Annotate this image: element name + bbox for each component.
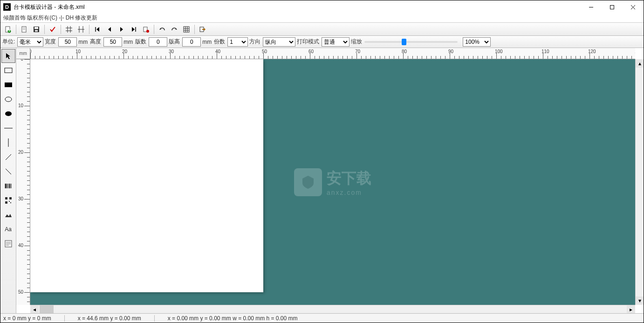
close-button[interactable] [623,0,644,14]
svg-marker-58 [5,214,12,217]
svg-point-42 [5,111,12,116]
filled-ellipse-tool[interactable] [1,107,15,121]
filled-rect-tool[interactable] [1,78,15,92]
copyright-bar: 倾颜首饰 版权所有(C) -|- DH 修改更新 [0,14,644,23]
copies-select[interactable]: 1 [227,37,248,47]
plate-label: 版数 [135,38,146,46]
barcode-tool[interactable] [1,179,15,193]
height-input[interactable] [103,37,122,47]
page-canvas[interactable] [30,59,263,292]
width-input[interactable] [58,37,77,47]
undo-button[interactable] [157,24,168,34]
zoom-slider[interactable] [364,41,458,43]
svg-line-46 [6,169,11,174]
vertical-scrollbar[interactable]: ▴ ▾ [635,59,644,305]
plate-h-label: 版高 [169,38,180,46]
next-icon[interactable] [116,24,127,34]
scroll-up-icon[interactable]: ▴ [636,59,644,68]
plate-input[interactable] [149,37,167,47]
exit-button[interactable] [197,24,208,34]
text-tool[interactable]: Aa [1,222,15,236]
error-button[interactable] [140,24,151,34]
svg-rect-12 [35,30,38,32]
horizontal-scrollbar[interactable]: ◂ ▸ [30,305,635,313]
plate-h-input[interactable] [182,37,201,47]
svg-marker-22 [108,27,111,32]
unit-select[interactable]: 毫米 [17,37,43,47]
maximize-button[interactable] [602,0,623,14]
window-title: 台卡模板设计器 - 未命名.xml [14,3,581,11]
horizontal-ruler: 0102030405060708090100110120130140 [30,48,635,59]
rect-tool[interactable] [1,63,15,77]
save-button[interactable] [31,24,42,34]
scroll-left-icon[interactable]: ◂ [30,305,39,313]
scroll-right-icon[interactable]: ▸ [627,305,635,313]
svg-text:+: + [7,27,11,33]
svg-point-27 [146,30,149,33]
vertical-ruler: 0102030405060 [16,59,30,305]
field-tool[interactable] [1,237,15,251]
minimize-button[interactable] [581,0,602,14]
image-tool[interactable] [1,208,15,222]
ellipse-tool[interactable] [1,92,15,106]
diag1-tool[interactable] [1,150,15,164]
width-label: 宽度 [45,38,56,46]
status-pos3: x = 0.00 mm y = 0.00 mm w = 0.00 mm h = … [168,315,298,322]
canvas-viewport[interactable]: 安下载anxz.com [30,59,635,305]
svg-rect-57 [10,202,11,203]
zoom-select[interactable]: 100% [463,37,491,47]
qrcode-tool[interactable] [1,193,15,207]
table-button[interactable] [181,24,192,34]
print-mode-select[interactable]: 普通 [322,37,349,47]
unit-label: 单位: [2,38,15,46]
plate-h-unit: mm [202,39,212,45]
select-tool[interactable] [1,49,15,63]
svg-rect-1 [610,5,614,9]
workspace: Aa mm 0102030405060708090100110120130140… [0,48,644,313]
svg-marker-38 [6,53,10,59]
snap-button[interactable] [75,24,87,34]
grid-button[interactable] [63,24,75,34]
check-button[interactable] [47,24,58,34]
watermark: 安下载anxz.com [294,168,371,196]
print-mode-label: 打印模式 [297,38,319,46]
svg-marker-37 [204,28,206,31]
svg-rect-40 [5,82,12,87]
svg-rect-39 [5,68,12,73]
orient-select[interactable]: 纵向 [263,37,295,47]
statusbar: x = 0 mm y = 0 mm x = 44.6 mm y = 0.00 m… [0,313,644,323]
scroll-thumb[interactable] [40,305,54,313]
svg-rect-55 [5,201,7,204]
prev-icon[interactable] [104,24,115,34]
main-toolbar: + [0,23,644,36]
status-pos1: x = 0 mm y = 0 mm [3,315,51,322]
redo-button[interactable] [169,24,180,34]
canvas-area: mm 0102030405060708090100110120130140 01… [16,48,644,313]
svg-point-41 [5,97,12,102]
new-button[interactable]: + [2,24,14,34]
titlebar: D 台卡模板设计器 - 未命名.xml [0,0,644,14]
open-button[interactable] [19,24,30,34]
vline-tool[interactable] [1,136,15,150]
hline-tool[interactable] [1,121,15,135]
tool-palette: Aa [0,48,16,313]
ruler-corner: mm [16,48,30,59]
properties-toolbar: 单位: 毫米 宽度 mm 高度 mm 版数 版高 mm 份数 1 方向 纵向 打… [0,36,644,48]
last-icon[interactable] [128,24,139,34]
orient-label: 方向 [249,38,260,46]
svg-rect-56 [9,201,10,202]
zoom-slider-thumb[interactable] [402,39,406,45]
diag2-tool[interactable] [1,165,15,179]
svg-line-45 [6,154,11,160]
svg-marker-21 [96,27,99,32]
width-unit: mm [78,39,88,45]
svg-rect-53 [5,197,7,199]
copies-label: 份数 [214,38,225,46]
svg-rect-11 [34,27,38,29]
app-icon: D [3,3,11,11]
first-icon[interactable] [92,24,103,34]
svg-rect-54 [9,197,12,199]
svg-marker-24 [132,27,135,32]
height-label: 高度 [90,38,101,46]
scroll-down-icon[interactable]: ▾ [636,296,644,305]
